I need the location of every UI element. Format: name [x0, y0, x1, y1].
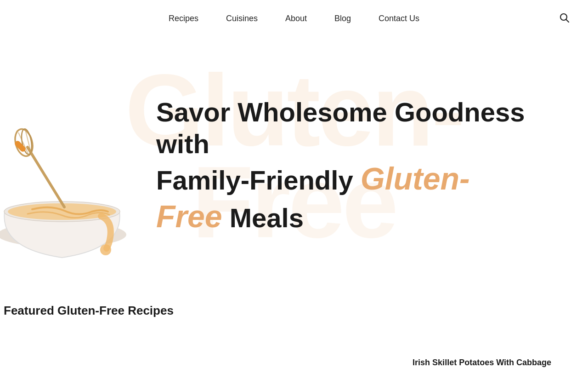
nav-blog[interactable]: Blog: [334, 14, 351, 23]
recipe-card-irish: Irish Skillet Potatoes With Cabbage: [413, 358, 551, 368]
main-nav: Recipes Cuisines About Blog Contact Us: [169, 14, 419, 23]
hero-title-line2-end: Meals: [230, 203, 304, 233]
hero-title: Savor Wholesome Goodness with Family-Fri…: [156, 96, 533, 235]
recipe-card-title: Irish Skillet Potatoes With Cabbage: [413, 358, 551, 368]
nav-about[interactable]: About: [285, 14, 307, 23]
featured-section: Featured Gluten-Free Recipes Irish Skill…: [0, 294, 588, 368]
svg-line-1: [566, 20, 569, 23]
header: Recipes Cuisines About Blog Contact Us: [0, 0, 588, 37]
search-icon[interactable]: [559, 12, 570, 25]
svg-point-5: [100, 244, 111, 255]
nav-cuisines[interactable]: Cuisines: [226, 14, 258, 23]
featured-title: Featured Gluten-Free Recipes: [2, 304, 586, 327]
hero-title-line1: Savor Wholesome Goodness with: [156, 97, 525, 159]
hero-section: Gluten- Free: [0, 37, 588, 294]
svg-line-6: [28, 147, 64, 207]
hero-title-line2-normal: Family-Friendly: [156, 165, 353, 195]
nav-recipes[interactable]: Recipes: [169, 14, 198, 23]
recipe-cards-area: Irish Skillet Potatoes With Cabbage: [0, 327, 588, 368]
hero-bowl-illustration: [0, 120, 138, 276]
hero-content: Savor Wholesome Goodness with Family-Fri…: [156, 96, 533, 235]
nav-contact[interactable]: Contact Us: [379, 14, 419, 23]
